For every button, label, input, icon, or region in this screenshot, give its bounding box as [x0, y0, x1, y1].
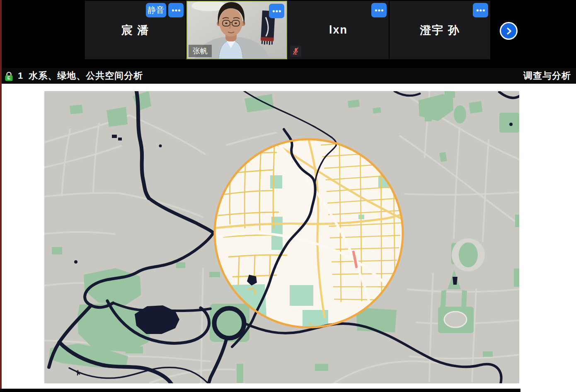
participant-tile-chengyusun[interactable]: 澄宇 孙 [390, 1, 490, 59]
ellipsis-icon [476, 9, 485, 12]
more-button[interactable] [168, 3, 184, 17]
share-category-label: 调查与分析 [523, 70, 571, 82]
participant-tiles: 宸 潘 静音 [85, 1, 490, 59]
slide-number: 1 [18, 70, 23, 81]
analysis-map [44, 91, 519, 383]
participant-tile-lxn[interactable]: lxn [288, 1, 389, 59]
city-map-image [44, 91, 519, 383]
lock-letter: E [7, 75, 10, 80]
tile-corner-buttons [371, 3, 387, 17]
ellipsis-icon [375, 9, 384, 12]
tile-corner-buttons [269, 4, 284, 18]
meeting-window: 宸 潘 静音 [0, 0, 576, 392]
park-oval [444, 312, 467, 327]
participant-name: lxn [329, 24, 348, 36]
next-participants-button[interactable] [500, 22, 518, 40]
mic-muted-indicator [290, 46, 301, 57]
chevron-right-icon [503, 26, 514, 36]
participant-tile-chenpan[interactable]: 宸 潘 静音 [85, 1, 186, 59]
shared-slide-area [0, 84, 576, 389]
tile-corner-buttons: 静音 [146, 3, 184, 17]
video-strip: 宸 潘 静音 [0, 0, 576, 68]
bottom-black-bar [0, 389, 520, 392]
participant-name: 宸 潘 [121, 23, 150, 38]
encryption-lock-icon: E [4, 70, 14, 82]
more-button[interactable] [371, 3, 387, 17]
participant-name: 澄宇 孙 [420, 23, 460, 38]
pond-island [222, 316, 236, 330]
mic-muted-icon [291, 47, 300, 56]
share-title: 水系、绿地、公共空间分析 [29, 70, 143, 82]
share-title-bar: E 1 水系、绿地、公共空间分析 调查与分析 [0, 68, 576, 84]
ellipsis-icon [272, 10, 281, 13]
stadium [452, 238, 485, 271]
participant-tile-zhangfan-video[interactable]: 张帆 [186, 1, 287, 59]
mute-button[interactable]: 静音 [146, 3, 166, 17]
tile-corner-buttons [473, 3, 488, 17]
ellipsis-icon [172, 9, 181, 12]
more-button[interactable] [269, 4, 284, 18]
participant-name-tag: 张帆 [189, 45, 212, 57]
more-button[interactable] [473, 3, 488, 17]
window-edge-strip [0, 0, 2, 389]
